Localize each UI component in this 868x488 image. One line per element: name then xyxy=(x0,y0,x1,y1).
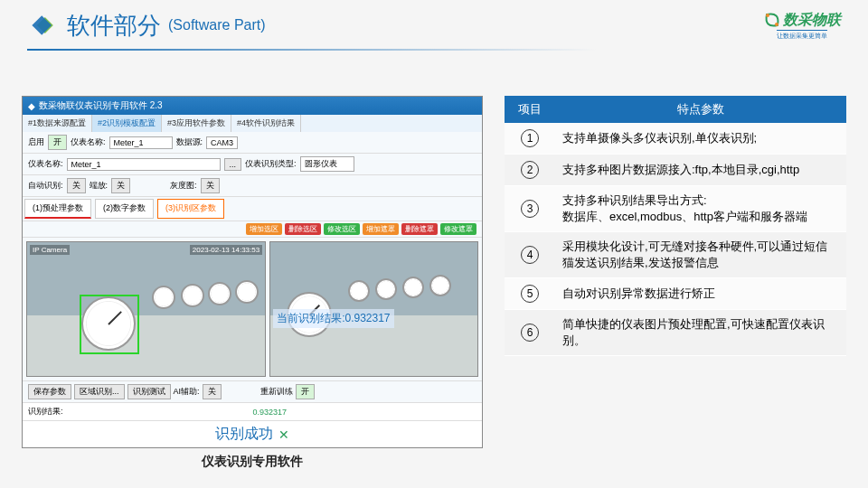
sub-tab[interactable]: (1)预处理参数 xyxy=(24,199,91,219)
brand-text: 数采物联 xyxy=(783,11,841,30)
row-number: 1 xyxy=(505,123,555,155)
title-block: 软件部分 (Software Part) xyxy=(27,9,266,42)
region-button[interactable]: 删除选区 xyxy=(285,223,321,235)
slide-header: 软件部分 (Software Part) 数采物联 让数据采集更简单 xyxy=(0,0,868,49)
svg-point-2 xyxy=(766,14,769,17)
enable-toggle[interactable]: 开 xyxy=(48,135,67,150)
recognition-overlay: 当前识别结果:0.932317 xyxy=(273,309,393,328)
camera-area: IP Camera 2023-02-13 14:33:53 当前识别结果:0.9… xyxy=(23,238,482,380)
camera-left[interactable]: IP Camera 2023-02-13 14:33:53 xyxy=(26,241,266,377)
title-cn: 软件部分 xyxy=(67,10,161,42)
success-banner: 识别成功 ✕ xyxy=(23,420,482,447)
result-label: 识别结果: xyxy=(28,406,63,418)
region-button[interactable]: 修改选区 xyxy=(324,223,360,235)
row-text: 支持多种图片数据源接入:ftp,本地目录,cgi,http xyxy=(555,155,846,186)
brand-logo: 数采物联 让数据采集更简单 xyxy=(763,11,841,41)
main-tab[interactable]: #4软件识别结果 xyxy=(231,115,301,132)
row-text: 简单快捷的仪表图片预处理配置,可快速配置仪表识别。 xyxy=(555,310,846,356)
main-tabs: #1数据来源配置#2识别模板配置#3应用软件参数#4软件识别结果 xyxy=(23,115,482,132)
ai-label: AI辅助: xyxy=(174,386,200,398)
region-button[interactable]: 修改遮罩 xyxy=(440,223,476,235)
title-en: (Software Part) xyxy=(168,17,266,33)
camera-right[interactable]: 当前识别结果:0.932317 xyxy=(269,241,478,377)
table-row: 1支持单摄像头多仪表识别,单仪表识别; xyxy=(505,123,846,155)
region-button[interactable]: 增加遮罩 xyxy=(363,223,399,235)
svg-marker-1 xyxy=(32,15,52,35)
result-value: 0.932317 xyxy=(63,408,476,417)
sub-tab[interactable]: (2)数字参数 xyxy=(95,199,154,219)
toolbar-3: 自动识别: 关 端放: 关 灰度图: 关 xyxy=(23,175,482,197)
sub-tab[interactable]: (3)识别区参数 xyxy=(157,199,224,219)
datasource-value[interactable]: CAM3 xyxy=(206,136,238,149)
toolbar-1: 启用 开 仪表名称: Meter_1 数据源: CAM3 xyxy=(23,132,482,154)
table-row: 3支持多种识别结果导出方式: 数据库、excel,modbus、http客户端和… xyxy=(505,186,846,232)
content-row: ◆ 数采物联仪表识别专用软件 2.3 #1数据来源配置#2识别模板配置#3应用软… xyxy=(0,51,868,475)
row-text: 自动对识别异常数据进行矫正 xyxy=(555,278,846,310)
area-recognize-button[interactable]: 区域识别... xyxy=(74,384,125,399)
ai-toggle[interactable]: 关 xyxy=(203,384,222,399)
table-row: 4采用模块化设计,可无缝对接各种硬件,可以通过短信猫发送识别结果,发送报警信息 xyxy=(505,232,846,278)
auto-label: 自动识别: xyxy=(28,180,63,192)
software-caption: 仪表识别专用软件 xyxy=(22,448,483,475)
toolbar-2: 仪表名称: Meter_1 ... 仪表识别类型: 圆形仪表 xyxy=(23,154,482,175)
camera-timestamp: 2023-02-13 14:33:53 xyxy=(190,245,262,255)
th-item: 项目 xyxy=(505,96,555,123)
browse-button[interactable]: ... xyxy=(224,158,242,171)
bottom-toolbar: 保存参数 区域识别... 识别测试 AI辅助: 关 重新训练 开 xyxy=(23,380,482,402)
th-feature: 特点参数 xyxy=(555,96,846,123)
retrain-label: 重新训练 xyxy=(260,386,293,398)
rotate-label: 端放: xyxy=(90,180,108,192)
row-text: 采用模块化设计,可无缝对接各种硬件,可以通过短信猫发送识别结果,发送报警信息 xyxy=(555,232,846,278)
type-select[interactable]: 圆形仪表 xyxy=(300,156,354,172)
features-column: 项目 特点参数 1支持单摄像头多仪表识别,单仪表识别;2支持多种图片数据源接入:… xyxy=(505,96,846,475)
auto-toggle[interactable]: 关 xyxy=(67,178,86,193)
main-tab[interactable]: #2识别模板配置 xyxy=(92,115,162,132)
type-label: 仪表识别类型: xyxy=(245,158,297,170)
success-text: 识别成功 xyxy=(215,425,273,444)
table-row: 6简单快捷的仪表图片预处理配置,可快速配置仪表识别。 xyxy=(505,310,846,356)
features-table: 项目 特点参数 1支持单摄像头多仪表识别,单仪表识别;2支持多种图片数据源接入:… xyxy=(505,96,846,356)
main-tab[interactable]: #3应用软件参数 xyxy=(162,115,231,132)
software-column: ◆ 数采物联仪表识别专用软件 2.3 #1数据来源配置#2识别模板配置#3应用软… xyxy=(22,96,483,475)
window-titlebar: ◆ 数采物联仪表识别专用软件 2.3 xyxy=(23,97,482,115)
table-row: 2支持多种图片数据源接入:ftp,本地目录,cgi,http xyxy=(505,155,846,186)
test-button[interactable]: 识别测试 xyxy=(127,384,171,399)
enable-label: 启用 xyxy=(28,136,44,148)
success-icon: ✕ xyxy=(278,427,289,442)
sub-tabs: (1)预处理参数(2)数字参数(3)识别区参数 xyxy=(23,197,482,221)
retrain-toggle[interactable]: 开 xyxy=(296,384,315,399)
app-icon: ◆ xyxy=(28,101,35,111)
row-number: 4 xyxy=(505,232,555,278)
meter-name-select[interactable]: Meter_1 xyxy=(109,136,173,149)
main-tab[interactable]: #1数据来源配置 xyxy=(23,115,92,132)
save-params-button[interactable]: 保存参数 xyxy=(28,384,71,399)
row-number: 6 xyxy=(505,310,555,356)
gray-toggle[interactable]: 关 xyxy=(201,178,220,193)
row-text: 支持多种识别结果导出方式: 数据库、excel,modbus、http客户端和服… xyxy=(555,186,846,232)
brand-sub: 让数据采集更简单 xyxy=(777,30,827,41)
window-title: 数采物联仪表识别专用软件 2.3 xyxy=(39,99,163,112)
region-button[interactable]: 删除遮罩 xyxy=(401,223,438,235)
row-text: 支持单摄像头多仪表识别,单仪表识别; xyxy=(555,123,846,155)
row-number: 3 xyxy=(505,186,555,232)
meter-name-label: 仪表名称: xyxy=(71,136,106,148)
gray-label: 灰度图: xyxy=(170,180,197,192)
software-window: ◆ 数采物联仪表识别专用软件 2.3 #1数据来源配置#2识别模板配置#3应用软… xyxy=(22,96,483,448)
result-row: 识别结果: 0.932317 xyxy=(23,402,482,420)
camera-label: IP Camera xyxy=(30,245,70,255)
datasource-label: 数据源: xyxy=(176,136,203,148)
region-button[interactable]: 增加选区 xyxy=(246,223,282,235)
brand-icon xyxy=(763,11,781,29)
diamond-logo-icon xyxy=(27,9,60,42)
region-buttons: 增加选区删除选区修改选区增加遮罩删除遮罩修改遮罩 xyxy=(23,221,482,238)
detection-box xyxy=(80,295,139,354)
svg-point-3 xyxy=(775,23,778,26)
row-number: 5 xyxy=(505,278,555,310)
meter-name-field[interactable]: Meter_1 xyxy=(67,158,221,171)
rotate-toggle[interactable]: 关 xyxy=(111,178,130,193)
meter-name-label-2: 仪表名称: xyxy=(28,158,63,170)
table-row: 5自动对识别异常数据进行矫正 xyxy=(505,278,846,310)
row-number: 2 xyxy=(505,155,555,186)
